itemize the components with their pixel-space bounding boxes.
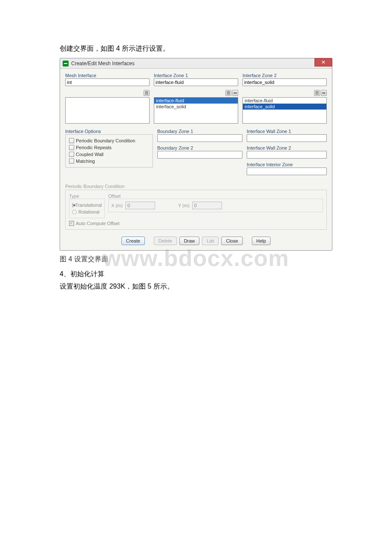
svg-rect-4 [227, 92, 230, 93]
offset-label: Offset [108, 194, 323, 199]
list-button: List [202, 237, 219, 245]
interface-zone2-list[interactable]: interface-fluid interface_solid [242, 97, 327, 124]
svg-rect-3 [227, 91, 230, 92]
interface-zone1-input[interactable] [154, 78, 238, 86]
rotational-label: Rotational [78, 208, 100, 215]
list-icon[interactable] [144, 90, 150, 96]
app-icon [63, 61, 69, 66]
init-paragraph: 设置初始化温度 293K，如图 5 所示。 [60, 280, 332, 292]
translational-radio [72, 203, 73, 208]
auto-compute-offset-label: Auto Compute Offset [76, 221, 120, 226]
periodic-repeats-label: Periodic Repeats [76, 144, 112, 151]
periodic-boundary-checkbox[interactable] [69, 138, 74, 143]
auto-compute-offset-checkbox [69, 221, 74, 226]
boundary-zone1-label: Boundary Zone 1 [157, 129, 242, 134]
y-offset-label: Y (m) [178, 203, 190, 208]
window-title: Create/Edit Mesh Interfaces [71, 61, 135, 66]
y-offset-input [192, 202, 222, 209]
coupled-wall-checkbox[interactable] [69, 152, 74, 157]
interface-zone2-label: Interface Zone 2 [242, 73, 327, 78]
svg-rect-2 [145, 94, 148, 94]
create-button[interactable]: Create [121, 237, 145, 245]
interface-zone2-input[interactable] [242, 78, 327, 86]
help-button[interactable]: Help [252, 237, 271, 245]
window-body: Mesh Interface Interface Zone 1 Interfac… [60, 69, 332, 250]
list-item[interactable]: interface-fluid [243, 98, 326, 104]
svg-rect-9 [315, 92, 319, 93]
button-row: Create Delete Draw List Close Help [65, 232, 327, 245]
svg-rect-12 [322, 93, 326, 94]
interface-options-label: Interface Options [65, 129, 153, 134]
matching-label: Matching [76, 158, 95, 165]
svg-rect-1 [145, 92, 148, 93]
deselect-all-icon[interactable] [232, 90, 238, 96]
interface-wall-zone1-label: Interface Wall Zone 1 [247, 129, 327, 134]
figure4-caption: 图 4 设置交界面 [60, 255, 332, 264]
intro-paragraph: 创建交界面，如图 4 所示进行设置。 [60, 43, 332, 55]
x-offset-label: X (m) [111, 203, 123, 208]
list-item[interactable]: interface_solid [154, 104, 238, 110]
close-button[interactable]: Close [221, 237, 242, 245]
mesh-interface-input[interactable] [65, 78, 150, 86]
close-icon[interactable]: ✕ [314, 58, 332, 66]
mesh-interface-label: Mesh Interface [65, 73, 150, 78]
interface-interior-zone-input[interactable] [247, 168, 327, 175]
draw-button[interactable]: Draw [179, 237, 200, 245]
select-all-icon[interactable] [225, 90, 231, 96]
svg-rect-11 [322, 92, 326, 92]
type-label: Type [69, 194, 105, 199]
interface-interior-zone-label: Interface Interior Zone [247, 162, 327, 167]
boundary-zone2-input[interactable] [157, 151, 242, 159]
rotational-radio [72, 210, 77, 214]
interface-options-group: Periodic Boundary Condition Periodic Rep… [65, 134, 153, 168]
deselect-all-icon[interactable] [321, 90, 327, 96]
interface-wall-zone1-input[interactable] [247, 134, 327, 142]
delete-button: Delete [154, 237, 177, 245]
periodic-boundary-group: Type Translational Rotational Offset X (… [65, 190, 327, 230]
list-item[interactable]: interface-fluid [154, 98, 238, 104]
svg-rect-7 [233, 93, 237, 94]
interface-wall-zone2-input[interactable] [247, 151, 327, 159]
interface-wall-zone2-label: Interface Wall Zone 2 [247, 145, 327, 150]
svg-rect-10 [315, 94, 319, 94]
periodic-repeats-checkbox[interactable] [69, 145, 74, 150]
interface-zone1-list[interactable]: interface-fluid interface_solid [154, 97, 238, 124]
interface-zone1-label: Interface Zone 1 [154, 73, 238, 78]
list-item[interactable]: interface_solid [243, 104, 326, 110]
svg-rect-8 [315, 91, 319, 92]
titlebar: Create/Edit Mesh Interfaces ✕ [60, 58, 332, 69]
coupled-wall-label: Coupled Wall [76, 151, 104, 158]
translational-label: Translational [75, 202, 102, 208]
x-offset-input [125, 202, 155, 209]
matching-checkbox[interactable] [69, 159, 74, 164]
svg-rect-6 [233, 92, 237, 92]
select-all-icon[interactable] [314, 90, 320, 96]
create-edit-mesh-interfaces-dialog: Create/Edit Mesh Interfaces ✕ Mesh Inter… [60, 58, 332, 251]
boundary-zone1-input[interactable] [157, 134, 242, 142]
boundary-zone2-label: Boundary Zone 2 [157, 145, 242, 150]
mesh-interface-list[interactable] [65, 97, 150, 124]
section4-heading: 4、初始化计算 [60, 270, 332, 279]
periodic-boundary-label: Periodic Boundary Condition [76, 137, 135, 144]
periodic-boundary-group-label: Periodic Boundary Condition [65, 184, 327, 189]
svg-rect-5 [227, 94, 230, 94]
svg-rect-0 [145, 91, 148, 92]
type-group: Translational Rotational [69, 199, 105, 218]
